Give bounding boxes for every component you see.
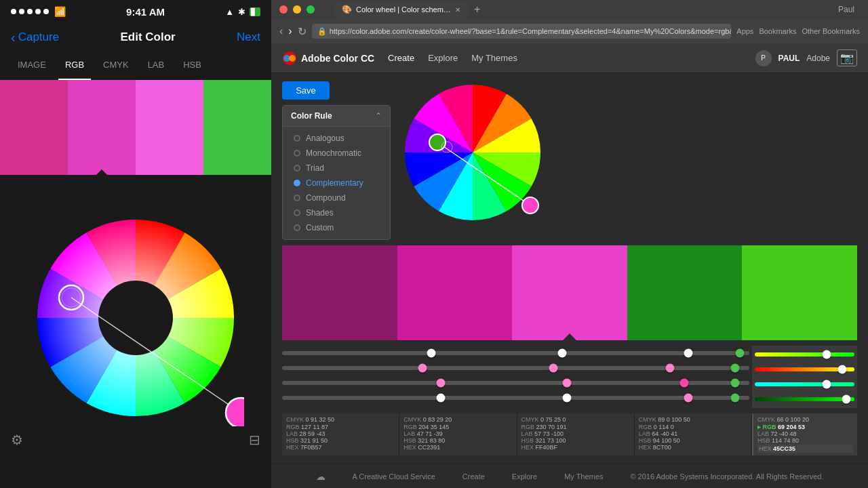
slider-thumb-3a[interactable] (437, 379, 446, 388)
adobe-nav-explore[interactable]: Explore (428, 53, 458, 63)
hex-label-2: HEX CC2391 (403, 444, 512, 451)
slider-thumb-3c[interactable] (679, 379, 688, 388)
swatch-2[interactable] (397, 245, 513, 340)
mac-minimize-button[interactable] (293, 5, 301, 14)
mac-maximize-button[interactable] (307, 5, 315, 14)
footer-explore-link[interactable]: Explore (512, 472, 537, 481)
slider-thumb-2c[interactable] (665, 364, 674, 373)
right-slider-thumb-2[interactable] (838, 365, 847, 374)
swatch-4[interactable] (627, 245, 743, 340)
bookmarks-bookmark[interactable]: Bookmarks (759, 27, 796, 35)
adobe-nav-themes[interactable]: My Themes (471, 53, 517, 63)
ios-back-button[interactable]: ‹ Capture (11, 30, 59, 45)
other-bookmarks[interactable]: Other Bookmarks (802, 27, 860, 35)
color-rule-collapse-icon[interactable]: ⌃ (375, 111, 382, 121)
bookmarks-bar: Apps Bookmarks Other Bookmarks (736, 27, 860, 35)
settings-icon[interactable]: ⚙ (11, 432, 23, 448)
slider-track-3[interactable] (282, 381, 749, 385)
swatch-1[interactable] (282, 245, 397, 340)
hex-label-4: HEX 8CT00 (639, 444, 747, 451)
adobe-nav-create[interactable]: Create (388, 53, 414, 63)
slider-track-4[interactable] (282, 396, 749, 400)
radio-shades (294, 209, 300, 216)
back-button[interactable]: ‹ (279, 25, 283, 37)
selected-swatch-arrow (563, 333, 576, 340)
ios-swatch-1[interactable] (68, 80, 136, 175)
sliders-icon[interactable]: ⊟ (249, 432, 260, 448)
rule-triad[interactable]: Triad (283, 161, 390, 176)
swatch-5[interactable] (742, 245, 857, 340)
rule-custom[interactable]: Custom (283, 220, 390, 235)
slider-thumb-2a[interactable] (418, 364, 427, 373)
mac-titlebar: 🎨 Color wheel | Color schemes ✕ + Paul (271, 0, 868, 19)
slider-thumb-3d[interactable] (731, 379, 740, 388)
slider-thumb-4c[interactable] (684, 394, 693, 403)
slider-row-1 (282, 346, 749, 361)
slider-thumb-2b[interactable] (549, 364, 557, 373)
rule-compound[interactable]: Compound (283, 190, 390, 205)
slider-track-1[interactable] (282, 351, 749, 355)
adobe-label: Adobe (806, 54, 830, 63)
content-row-1: Save Color Rule ⌃ Analogous (282, 81, 857, 240)
forward-button[interactable]: › (288, 25, 292, 37)
ios-color-wheel[interactable] (27, 209, 244, 426)
swatch-3[interactable] (512, 245, 627, 340)
rule-monochromatic[interactable]: Monochromatic (283, 146, 390, 161)
rule-analogous[interactable]: Analogous (283, 131, 390, 146)
slider-thumb-2d[interactable] (731, 364, 740, 373)
ios-swatch-3[interactable] (203, 80, 271, 175)
tab-cmyk[interactable]: CMYK (96, 54, 136, 80)
apps-bookmark[interactable]: Apps (736, 27, 753, 35)
ios-next-button[interactable]: Next (237, 30, 260, 44)
right-slider-row-2 (755, 362, 854, 377)
new-tab-button[interactable]: + (474, 3, 480, 16)
rule-complementary[interactable]: Complementary (283, 176, 390, 190)
right-slider-track-3[interactable] (755, 382, 854, 386)
rule-shades[interactable]: Shades (283, 205, 390, 220)
color-rule-panel: Color Rule ⌃ Analogous Monochromatic (282, 105, 391, 240)
signal-dot-2 (19, 9, 24, 14)
lab-label-4: LAB 64 -40 41 (639, 430, 747, 437)
radio-analogous (294, 135, 300, 142)
tab-lab[interactable]: LAB (141, 54, 172, 80)
camera-icon[interactable]: 📷 (837, 49, 857, 66)
right-slider-track-1[interactable] (755, 352, 854, 357)
rgb-label-3: RGB 230 70 191 (521, 424, 630, 430)
footer-themes-link[interactable]: My Themes (564, 472, 603, 481)
slider-thumb-3b[interactable] (563, 379, 572, 388)
right-slider-thumb-3[interactable] (822, 380, 831, 389)
color-info-3: CMYK 0 75 25 0 RGB 230 70 191 LAB 57 73 … (517, 413, 635, 455)
footer-create-link[interactable]: Create (462, 472, 485, 481)
slider-row-2 (282, 361, 749, 375)
address-bar[interactable]: 🔒 https://color.adobe.com/create/color-w… (312, 24, 732, 39)
ios-swatch-0[interactable] (0, 80, 68, 175)
refresh-button[interactable]: ↻ (298, 25, 307, 38)
mac-active-tab[interactable]: 🎨 Color wheel | Color schemes ✕ (334, 2, 469, 17)
slider-thumb-1d[interactable] (736, 349, 745, 358)
save-button[interactable]: Save (282, 81, 330, 100)
location-icon: ▲ (225, 7, 234, 17)
sliders-section (282, 346, 857, 408)
svg-point-8 (289, 55, 296, 62)
slider-thumb-4b[interactable] (563, 394, 572, 403)
slider-thumb-1c[interactable] (684, 349, 693, 358)
slider-thumb-4a[interactable] (437, 394, 446, 403)
adobe-main-content: Save Color Rule ⌃ Analogous (271, 73, 868, 464)
slider-track-2[interactable] (282, 366, 749, 370)
right-slider-thumb-4[interactable] (842, 395, 851, 404)
right-slider-thumb-1[interactable] (822, 350, 831, 359)
tab-close-icon[interactable]: ✕ (455, 6, 460, 14)
cmyk-label-5: CMYK 66 0 100 20 (757, 416, 853, 423)
ios-swatch-2[interactable] (136, 80, 203, 175)
right-slider-track-4[interactable] (755, 397, 854, 401)
mac-close-button[interactable] (279, 5, 288, 14)
slider-thumb-1a[interactable] (427, 349, 436, 358)
adobe-logo-icon (282, 51, 297, 66)
tab-image[interactable]: IMAGE (11, 54, 53, 80)
adobe-color-wheel[interactable] (401, 81, 544, 224)
tab-hsb[interactable]: HSB (176, 54, 208, 80)
right-slider-track-2[interactable] (755, 367, 854, 371)
tab-rgb[interactable]: RGB (58, 54, 91, 80)
slider-thumb-4d[interactable] (731, 394, 740, 403)
slider-thumb-1b[interactable] (558, 349, 567, 358)
